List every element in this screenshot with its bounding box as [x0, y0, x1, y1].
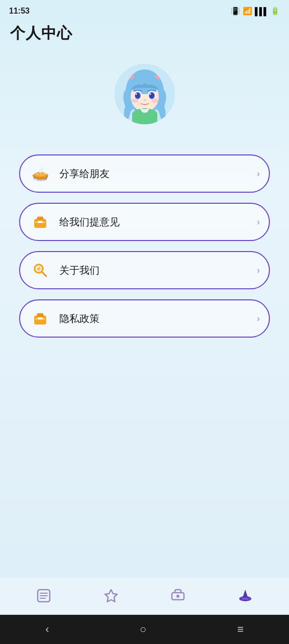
feedback-arrow: ›: [257, 217, 260, 227]
menu-item-privacy[interactable]: 隐私政策 ›: [19, 299, 270, 338]
svg-line-26: [42, 272, 46, 276]
back-button[interactable]: ‹: [30, 618, 64, 641]
menu-item-about[interactable]: 关于我们 ›: [19, 251, 270, 289]
menu-section: 🥧 分享给朋友 › 给我们提意见 ›: [0, 154, 289, 338]
share-arrow: ›: [257, 169, 260, 179]
wifi-icon: 📶: [243, 7, 252, 16]
svg-point-38: [176, 595, 179, 598]
privacy-arrow: ›: [257, 313, 260, 324]
sys-nav: ‹ ○ ≡: [0, 615, 289, 644]
status-icons: 📳 📶 ▌▌▌ 🔋: [231, 7, 280, 16]
page-title: 个人中心: [10, 23, 279, 44]
svg-rect-20: [37, 217, 43, 220]
nav-item-2[interactable]: [93, 584, 129, 608]
nav-icon-3: [170, 588, 186, 604]
vibrate-icon: 📳: [231, 7, 240, 16]
svg-point-16: [144, 100, 146, 101]
privacy-icon: [29, 307, 51, 330]
svg-point-27: [36, 266, 38, 268]
nav-icon-1: [36, 588, 52, 604]
nav-item-1[interactable]: [26, 584, 62, 608]
avatar[interactable]: [115, 64, 175, 124]
feedback-label: 给我们提意见: [59, 215, 257, 229]
svg-rect-29: [37, 313, 43, 316]
svg-rect-28: [34, 315, 46, 325]
nav-icon-2: [103, 588, 119, 604]
feedback-icon: [29, 211, 51, 233]
svg-point-15: [149, 94, 151, 95]
privacy-label: 隐私政策: [59, 312, 257, 326]
nav-icon-4: [237, 588, 253, 604]
home-button[interactable]: ○: [125, 618, 161, 641]
svg-marker-36: [105, 590, 117, 602]
battery-icon: 🔋: [270, 7, 280, 16]
header: 个人中心: [0, 20, 289, 49]
signal-icon: ▌▌▌: [255, 7, 268, 16]
svg-point-11: [135, 94, 137, 95]
about-label: 关于我们: [59, 264, 257, 277]
svg-rect-22: [38, 221, 43, 223]
share-label: 分享给朋友: [59, 167, 257, 181]
menu-item-share[interactable]: 🥧 分享给朋友 ›: [19, 154, 270, 193]
share-icon: 🥧: [29, 163, 51, 185]
menu-item-feedback[interactable]: 给我们提意见 ›: [19, 203, 270, 241]
svg-point-18: [151, 99, 158, 103]
svg-point-17: [131, 99, 138, 103]
about-icon: [29, 259, 51, 281]
status-bar: 11:53 📳 📶 ▌▌▌ 🔋: [0, 0, 289, 20]
nav-item-3[interactable]: [160, 584, 196, 608]
avatar-section: [0, 49, 289, 154]
bottom-nav: [0, 578, 289, 614]
menu-button[interactable]: ≡: [222, 618, 259, 641]
svg-rect-19: [34, 219, 46, 228]
about-arrow: ›: [257, 265, 260, 276]
nav-item-4[interactable]: [227, 584, 263, 608]
svg-rect-31: [38, 317, 43, 319]
status-time: 11:53: [9, 7, 30, 16]
